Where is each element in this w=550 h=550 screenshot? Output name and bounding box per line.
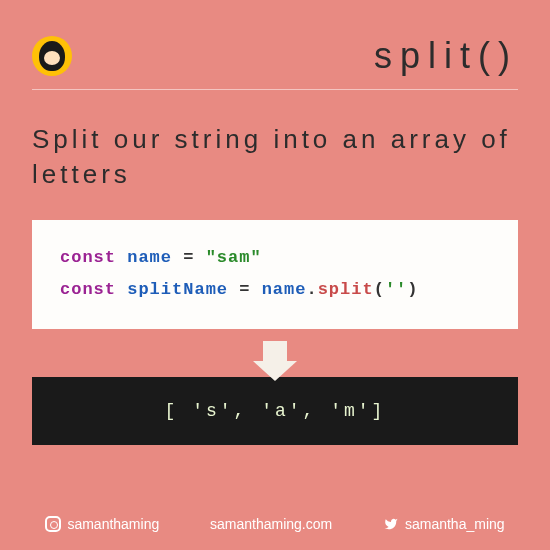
code-line-2: const splitName = name.split('') bbox=[60, 274, 490, 306]
operator-assign: = bbox=[183, 248, 194, 267]
string-literal: "sam" bbox=[206, 248, 262, 267]
page-title: split() bbox=[374, 35, 518, 77]
avatar bbox=[32, 36, 72, 76]
code-line-1: const name = "sam" bbox=[60, 242, 490, 274]
keyword-const: const bbox=[60, 248, 116, 267]
instagram-handle: samanthaming bbox=[67, 516, 159, 532]
footer-twitter: samantha_ming bbox=[383, 516, 505, 532]
footer: samanthaming samanthaming.com samantha_m… bbox=[0, 516, 550, 532]
code-input-box: const name = "sam" const splitName = nam… bbox=[32, 220, 518, 329]
dot-operator: . bbox=[306, 280, 317, 299]
var-name: name bbox=[127, 248, 172, 267]
website-url: samanthaming.com bbox=[210, 516, 332, 532]
twitter-handle: samantha_ming bbox=[405, 516, 505, 532]
instagram-icon bbox=[45, 516, 61, 532]
footer-instagram: samanthaming bbox=[45, 516, 159, 532]
arrow-down-icon bbox=[32, 341, 518, 365]
twitter-icon bbox=[383, 517, 399, 531]
keyword-const: const bbox=[60, 280, 116, 299]
output-array: [ 's', 'a', 'm'] bbox=[165, 401, 386, 421]
header: split() bbox=[32, 35, 518, 90]
empty-string-arg: '' bbox=[385, 280, 407, 299]
footer-website: samanthaming.com bbox=[210, 516, 332, 532]
var-ref-name: name bbox=[262, 280, 307, 299]
var-splitname: splitName bbox=[127, 280, 228, 299]
operator-assign: = bbox=[239, 280, 250, 299]
subtitle: Split our string into an array of letter… bbox=[32, 122, 518, 192]
code-output-box: [ 's', 'a', 'm'] bbox=[32, 377, 518, 445]
method-split: split bbox=[318, 280, 374, 299]
paren-close: ) bbox=[407, 280, 418, 299]
paren-open: ( bbox=[374, 280, 385, 299]
